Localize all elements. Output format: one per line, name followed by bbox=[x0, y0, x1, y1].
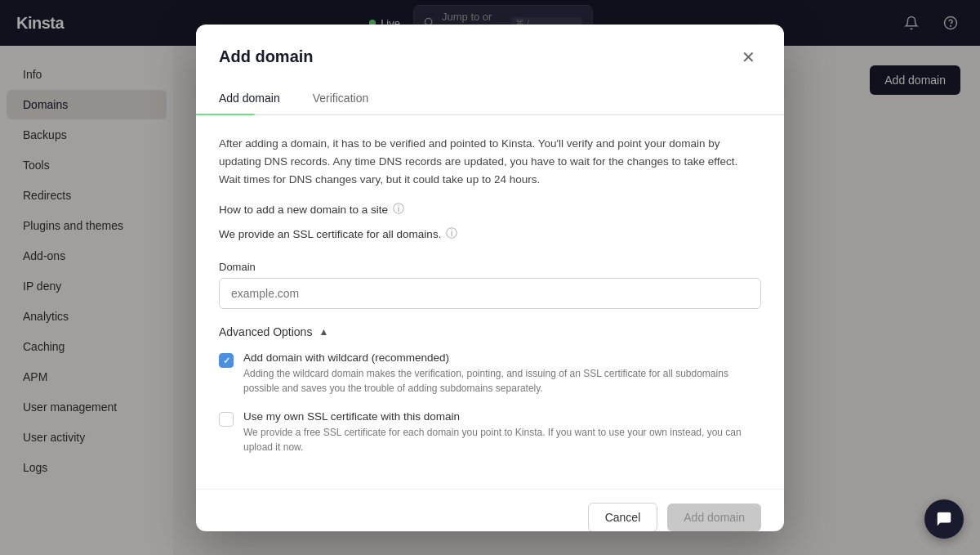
modal-overlay: Add domain ✕ Add domain Verification Aft… bbox=[0, 0, 980, 555]
own-ssl-description: We provide a free SSL certificate for ea… bbox=[243, 425, 761, 454]
chat-button[interactable] bbox=[924, 499, 964, 539]
own-ssl-checkbox[interactable] bbox=[219, 412, 234, 427]
close-icon: ✕ bbox=[742, 47, 755, 67]
chat-icon bbox=[935, 510, 953, 528]
how-to-link-text: How to add a new domain to a site bbox=[219, 204, 388, 216]
tab-add-domain[interactable]: Add domain bbox=[219, 83, 296, 114]
wildcard-checkbox-control[interactable] bbox=[219, 353, 234, 368]
modal-body: After adding a domain, it has to be veri… bbox=[196, 115, 784, 490]
modal-tabs: Add domain Verification bbox=[196, 83, 784, 115]
modal-footer: Cancel Add domain bbox=[196, 489, 784, 530]
how-to-link[interactable]: How to add a new domain to a site ⓘ bbox=[219, 202, 761, 217]
add-domain-modal: Add domain ✕ Add domain Verification Aft… bbox=[196, 25, 784, 531]
modal-close-button[interactable]: ✕ bbox=[735, 44, 761, 70]
ssl-text: We provide an SSL certificate for all do… bbox=[219, 226, 761, 241]
wildcard-description: Adding the wildcard domain makes the ver… bbox=[243, 366, 761, 396]
tab-verification[interactable]: Verification bbox=[313, 83, 385, 114]
own-ssl-label: Use my own SSL certificate with this dom… bbox=[243, 410, 761, 423]
wildcard-label: Add domain with wildcard (recommended) bbox=[243, 351, 761, 364]
domain-input[interactable] bbox=[219, 278, 761, 309]
wildcard-checkbox[interactable] bbox=[219, 353, 234, 368]
own-ssl-checkbox-row: Use my own SSL certificate with this dom… bbox=[219, 410, 761, 454]
ssl-label: We provide an SSL certificate for all do… bbox=[219, 228, 441, 240]
own-ssl-text-group: Use my own SSL certificate with this dom… bbox=[243, 410, 761, 454]
modal-info-text: After adding a domain, it has to be veri… bbox=[219, 135, 761, 190]
cancel-button[interactable]: Cancel bbox=[588, 503, 658, 530]
domain-field-label: Domain bbox=[219, 261, 761, 273]
advanced-options-label: Advanced Options bbox=[219, 325, 312, 338]
modal-header: Add domain ✕ bbox=[196, 25, 784, 70]
wildcard-text-group: Add domain with wildcard (recommended) A… bbox=[243, 351, 761, 396]
modal-title: Add domain bbox=[219, 47, 314, 66]
submit-add-domain-button[interactable]: Add domain bbox=[667, 504, 761, 530]
ssl-info-icon: ⓘ bbox=[446, 226, 457, 241]
chevron-up-icon: ▲ bbox=[318, 326, 328, 338]
advanced-options-toggle[interactable]: Advanced Options ▲ bbox=[219, 325, 761, 338]
how-to-info-icon: ⓘ bbox=[393, 202, 404, 217]
own-ssl-checkbox-control[interactable] bbox=[219, 412, 234, 427]
wildcard-checkbox-row: Add domain with wildcard (recommended) A… bbox=[219, 351, 761, 396]
tab-active-indicator bbox=[196, 114, 255, 115]
